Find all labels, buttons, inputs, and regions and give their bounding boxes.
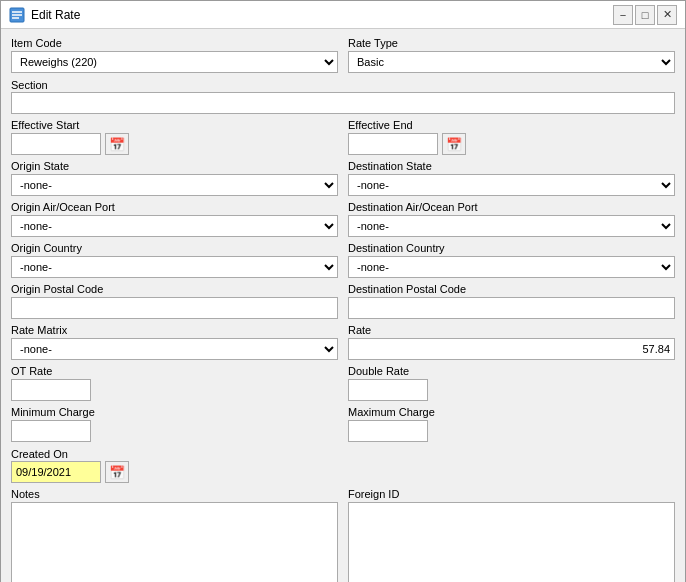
window-title: Edit Rate [31, 8, 80, 22]
label-foreign-id: Foreign ID [348, 488, 675, 500]
col-maximum-charge: Maximum Charge [348, 406, 675, 442]
label-destination-state: Destination State [348, 160, 675, 172]
destination-air-ocean-select[interactable]: -none- [348, 215, 675, 237]
col-double-rate: Double Rate [348, 365, 675, 401]
row-item-code-rate-type: Item Code Reweighs (220) Rate Type Basic [11, 37, 675, 73]
destination-country-select[interactable]: -none- [348, 256, 675, 278]
col-origin-country: Origin Country -none- [11, 242, 338, 278]
origin-air-ocean-select[interactable]: -none- [11, 215, 338, 237]
effective-start-calendar-button[interactable]: 📅 [105, 133, 129, 155]
origin-postal-input[interactable] [11, 297, 338, 319]
close-button[interactable]: ✕ [657, 5, 677, 25]
label-destination-country: Destination Country [348, 242, 675, 254]
title-bar: Edit Rate − □ ✕ [1, 1, 685, 29]
label-rate: Rate [348, 324, 675, 336]
rate-matrix-select[interactable]: -none- [11, 338, 338, 360]
row-notes-foreign-id: Notes Foreign ID [11, 488, 675, 582]
col-destination-air-ocean: Destination Air/Ocean Port -none- [348, 201, 675, 237]
window-icon [9, 7, 25, 23]
label-origin-country: Origin Country [11, 242, 338, 254]
origin-state-select[interactable]: -none- [11, 174, 338, 196]
label-origin-air-ocean: Origin Air/Ocean Port [11, 201, 338, 213]
created-on-input[interactable] [11, 461, 101, 483]
label-destination-postal: Destination Postal Code [348, 283, 675, 295]
label-double-rate: Double Rate [348, 365, 675, 377]
col-effective-start: Effective Start 📅 [11, 119, 338, 155]
label-item-code: Item Code [11, 37, 338, 49]
col-destination-state: Destination State -none- [348, 160, 675, 196]
title-bar-left: Edit Rate [9, 7, 80, 23]
col-effective-end: Effective End 📅 [348, 119, 675, 155]
row-states: Origin State -none- Destination State -n… [11, 160, 675, 196]
minimize-button[interactable]: − [613, 5, 633, 25]
rate-input[interactable] [348, 338, 675, 360]
created-on-row: 📅 [11, 461, 675, 483]
row-effective-dates: Effective Start 📅 Effective End 📅 [11, 119, 675, 155]
effective-start-input[interactable] [11, 133, 101, 155]
col-rate-type: Rate Type Basic [348, 37, 675, 73]
col-origin-state: Origin State -none- [11, 160, 338, 196]
edit-rate-window: Edit Rate − □ ✕ Item Code Reweighs (220)… [0, 0, 686, 582]
col-foreign-id: Foreign ID [348, 488, 675, 582]
col-rate-matrix: Rate Matrix -none- [11, 324, 338, 360]
label-effective-start: Effective Start [11, 119, 338, 131]
minimum-charge-input[interactable] [11, 420, 91, 442]
title-buttons: − □ ✕ [613, 5, 677, 25]
col-notes: Notes [11, 488, 338, 582]
col-item-code: Item Code Reweighs (220) [11, 37, 338, 73]
col-destination-postal: Destination Postal Code [348, 283, 675, 319]
row-created-on: Created On 📅 [11, 447, 675, 483]
row-air-ocean: Origin Air/Ocean Port -none- Destination… [11, 201, 675, 237]
rate-type-select[interactable]: Basic [348, 51, 675, 73]
label-origin-state: Origin State [11, 160, 338, 172]
destination-state-select[interactable]: -none- [348, 174, 675, 196]
maximum-charge-input[interactable] [348, 420, 428, 442]
row-postal: Origin Postal Code Destination Postal Co… [11, 283, 675, 319]
item-code-select[interactable]: Reweighs (220) [11, 51, 338, 73]
row-countries: Origin Country -none- Destination Countr… [11, 242, 675, 278]
origin-country-select[interactable]: -none- [11, 256, 338, 278]
label-section: Section [11, 79, 48, 91]
label-rate-matrix: Rate Matrix [11, 324, 338, 336]
destination-postal-input[interactable] [348, 297, 675, 319]
label-maximum-charge: Maximum Charge [348, 406, 675, 418]
label-destination-air-ocean: Destination Air/Ocean Port [348, 201, 675, 213]
col-rate: Rate [348, 324, 675, 360]
label-created-on: Created On [11, 448, 68, 460]
row-rate-matrix-rate: Rate Matrix -none- Rate [11, 324, 675, 360]
col-origin-postal: Origin Postal Code [11, 283, 338, 319]
maximize-button[interactable]: □ [635, 5, 655, 25]
col-destination-country: Destination Country -none- [348, 242, 675, 278]
col-minimum-charge: Minimum Charge [11, 406, 338, 442]
row-ot-double: OT Rate Double Rate [11, 365, 675, 401]
row-section: Section [11, 78, 675, 114]
col-ot-rate: OT Rate [11, 365, 338, 401]
foreign-id-textarea[interactable] [348, 502, 675, 582]
notes-textarea[interactable] [11, 502, 338, 582]
label-minimum-charge: Minimum Charge [11, 406, 338, 418]
label-rate-type: Rate Type [348, 37, 675, 49]
effective-end-calendar-button[interactable]: 📅 [442, 133, 466, 155]
section-input[interactable] [11, 92, 675, 114]
label-notes: Notes [11, 488, 338, 500]
ot-rate-input[interactable] [11, 379, 91, 401]
label-origin-postal: Origin Postal Code [11, 283, 338, 295]
double-rate-input[interactable] [348, 379, 428, 401]
effective-end-row: 📅 [348, 133, 675, 155]
label-ot-rate: OT Rate [11, 365, 338, 377]
label-effective-end: Effective End [348, 119, 675, 131]
created-on-calendar-button[interactable]: 📅 [105, 461, 129, 483]
col-origin-air-ocean: Origin Air/Ocean Port -none- [11, 201, 338, 237]
effective-end-input[interactable] [348, 133, 438, 155]
form-content: Item Code Reweighs (220) Rate Type Basic… [1, 29, 685, 582]
row-min-max-charge: Minimum Charge Maximum Charge [11, 406, 675, 442]
effective-start-row: 📅 [11, 133, 338, 155]
